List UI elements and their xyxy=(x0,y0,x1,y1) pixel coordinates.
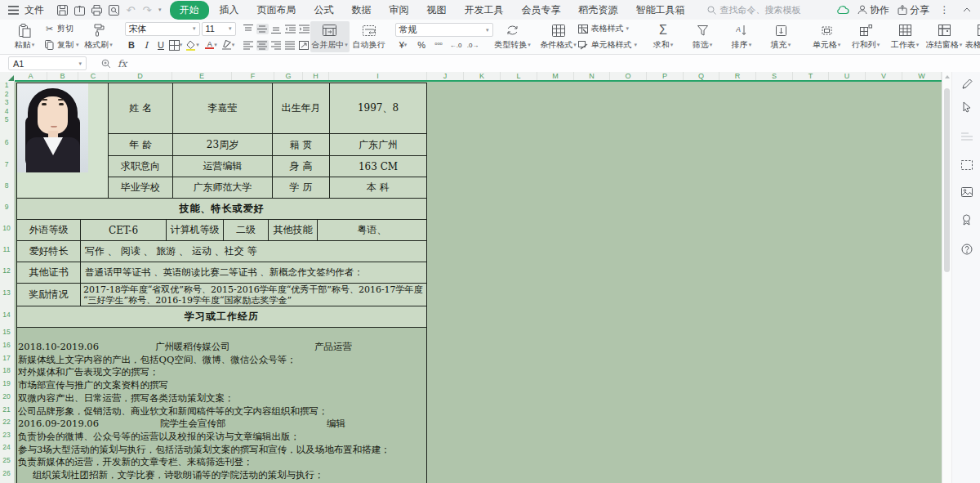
tab-home[interactable]: 开始 xyxy=(170,1,209,20)
column-header-R[interactable]: R xyxy=(719,72,756,80)
row-header-18[interactable]: 18 xyxy=(0,366,13,374)
exp1-period[interactable]: 2018.10-2019.06 xyxy=(18,341,99,352)
column-header-N[interactable]: N xyxy=(574,72,610,80)
collapse-ribbon-icon[interactable] xyxy=(960,3,973,17)
row-header-7[interactable]: 7 xyxy=(0,160,13,168)
merge-center-button[interactable]: 合并居中▾ xyxy=(310,21,350,52)
cell-age-label[interactable]: 年 龄 xyxy=(109,134,172,155)
fx-icon[interactable]: fx xyxy=(118,58,127,69)
row-headers[interactable]: 1234567891011121314151617181920212223242… xyxy=(0,82,15,483)
exp2-role[interactable]: 编辑 xyxy=(327,418,345,430)
collaborate-button[interactable]: 协作 xyxy=(858,3,889,17)
quick-access-caret-icon[interactable]: ▾ xyxy=(158,7,162,13)
exp2-detail[interactable]: 负责新媒体的运营，开发新的文章专栏、来稿筛选刊登； xyxy=(18,456,253,468)
cell-other-skill-label[interactable]: 其他技能 xyxy=(269,220,317,240)
scrollbar-thumb[interactable] xyxy=(944,88,950,272)
row-header-9[interactable]: 9 xyxy=(0,203,13,211)
cell-native-value[interactable]: 广东广州 xyxy=(330,134,426,155)
column-header-P[interactable]: P xyxy=(647,72,684,80)
cell-degree-value[interactable]: 本 科 xyxy=(330,177,426,198)
bold-button[interactable]: B xyxy=(125,38,139,51)
exp1-detail[interactable]: 新媒体线上文字内容的产出，包括QQ空间、微博、微信公众号等； xyxy=(18,354,296,366)
font-size-select[interactable]: 11▾ xyxy=(202,22,236,36)
scroll-up-arrow-icon[interactable] xyxy=(945,75,950,78)
share-button[interactable]: 分享 xyxy=(898,3,929,17)
cursor-icon[interactable] xyxy=(960,100,973,114)
cell-style-button[interactable]: 单元格样式▾ xyxy=(578,39,638,51)
text-orientation-icon[interactable] xyxy=(298,40,310,51)
cell-intention-label[interactable]: 求职意向 xyxy=(109,156,172,177)
rows-cols-button[interactable]: 行和列▾ xyxy=(846,21,885,52)
column-header-O[interactable]: O xyxy=(610,72,647,80)
column-header-V[interactable]: V xyxy=(866,72,902,80)
column-header-C[interactable]: C xyxy=(78,72,109,80)
freeze-panes-button[interactable]: 冻结窗格▾ xyxy=(924,21,964,52)
file-menu[interactable]: 文件 xyxy=(7,3,44,17)
table-tools-button[interactable]: 表格工具▾ xyxy=(964,21,980,52)
tab-insert[interactable]: 插入 xyxy=(212,2,247,19)
cell-computer-value[interactable]: 二级 xyxy=(224,220,268,240)
help-icon[interactable] xyxy=(960,242,973,256)
column-header-J[interactable]: J xyxy=(427,72,464,80)
outline-list-icon[interactable] xyxy=(960,129,973,143)
exp2-detail[interactable]: 参与3场大型活动的策划与执行，包括活动策划文案的撰写和宣传，以及场地布置和搭建； xyxy=(18,444,390,456)
exp2-detail[interactable]: 组织策划社团招新，文学比赛，诗歌朗诵等的学院活动的策划与执行； xyxy=(33,469,324,481)
clear-format-button[interactable]: ▾ xyxy=(221,38,235,51)
tab-smart-tools[interactable]: 智能工具箱 xyxy=(629,2,693,19)
borders-button[interactable]: ▾ xyxy=(169,38,183,51)
column-header-Q[interactable]: Q xyxy=(684,72,719,80)
cell-language-label[interactable]: 外语等级 xyxy=(17,220,80,240)
row-header-22[interactable]: 22 xyxy=(0,418,13,426)
cell-birth-value[interactable]: 1997、8 xyxy=(330,83,426,133)
row-header-20[interactable]: 20 xyxy=(0,392,13,400)
tab-page-layout[interactable]: 页面布局 xyxy=(250,2,304,19)
copy-button[interactable]: 复制▾ xyxy=(44,39,79,51)
row-header-13[interactable]: 13 xyxy=(0,288,13,297)
more-menu-icon[interactable]: ⋮ xyxy=(938,3,951,17)
align-top-icon[interactable] xyxy=(243,24,255,34)
select-region-icon[interactable] xyxy=(960,158,973,172)
row-header-14[interactable]: 14 xyxy=(0,311,13,319)
font-name-select[interactable]: 宋体▾ xyxy=(125,22,200,36)
formula-input[interactable] xyxy=(127,55,980,72)
exp2-org[interactable]: 院学生会宣传部 xyxy=(160,418,226,430)
column-header-D[interactable]: D xyxy=(109,72,172,80)
print-icon[interactable] xyxy=(90,3,104,17)
cell-school-label[interactable]: 毕业学校 xyxy=(109,177,172,198)
tab-data[interactable]: 数据 xyxy=(345,2,379,19)
cell-cert-label[interactable]: 其他证书 xyxy=(17,262,80,283)
format-painter-button[interactable]: 格式刷▾ xyxy=(79,21,118,52)
stamp-badge-icon[interactable] xyxy=(960,212,973,226)
exp1-org[interactable]: 广州暖稻传媒公司 xyxy=(155,341,230,353)
decrease-indent-icon[interactable] xyxy=(284,24,296,34)
cell-school-value[interactable]: 广东师范大学 xyxy=(173,177,272,198)
experience-section-title[interactable]: 学习或工作经历 xyxy=(17,306,426,327)
row-header-15[interactable]: 15 xyxy=(0,328,13,336)
name-box[interactable]: A1▾ xyxy=(8,56,87,70)
column-header-L[interactable]: L xyxy=(501,72,537,80)
type-convert-button[interactable]: 类型转换▾ xyxy=(493,21,532,52)
column-header-B[interactable]: B xyxy=(47,72,78,80)
select-all-corner[interactable] xyxy=(0,72,15,82)
filter-button[interactable]: 筛选▾ xyxy=(683,21,722,52)
sort-button[interactable]: A 排序▾ xyxy=(722,21,761,52)
cell-cert-value[interactable]: 普通话甲等证书 、英语朗读比赛二等证书 、新概念作文签约作者： xyxy=(81,262,426,283)
italic-button[interactable]: I xyxy=(140,38,154,51)
command-search-box[interactable]: 查找命令、搜索模板 xyxy=(707,4,801,16)
exp1-detail[interactable]: 双微内容产出、日常运营，撰写各类活动策划文案； xyxy=(18,392,234,405)
font-color-button[interactable]: A▾ xyxy=(203,38,220,51)
align-left-icon[interactable] xyxy=(243,40,255,51)
cells-button[interactable]: 单元格▾ xyxy=(807,21,846,52)
tab-review[interactable]: 审阅 xyxy=(382,2,416,19)
cell-award-label[interactable]: 奖励情况 xyxy=(17,284,80,306)
column-header-U[interactable]: U xyxy=(829,72,866,80)
column-header-G[interactable]: G xyxy=(274,72,303,80)
row-header-10[interactable]: 10 xyxy=(0,224,13,232)
column-header-A[interactable]: A xyxy=(15,72,47,80)
cell-age-value[interactable]: 23周岁 xyxy=(173,134,272,155)
exp2-detail[interactable]: 负责协会的微博、公众号等的运营以及校报的采访与文章编辑出版； xyxy=(18,431,300,443)
exp1-detail[interactable]: 对外媒体和广告表现文字的撰写； xyxy=(18,366,159,378)
cell-award-value[interactable]: 2017-18学年度“省双优”称号、2015-2016学年度“优秀干部”称号、2… xyxy=(81,284,426,306)
column-header-W[interactable]: W xyxy=(902,72,942,80)
column-header-F[interactable]: F xyxy=(232,72,274,80)
